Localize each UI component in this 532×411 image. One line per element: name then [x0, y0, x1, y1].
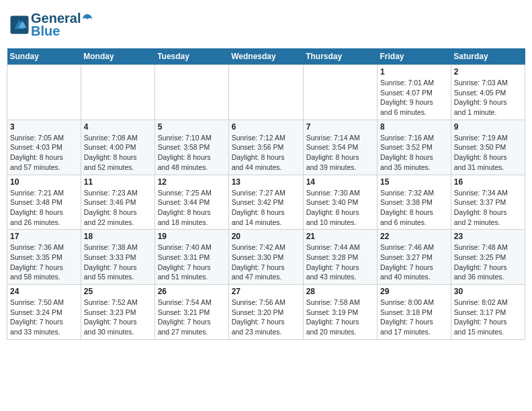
calendar-week-row: 1Sunrise: 7:01 AMSunset: 4:07 PMDaylight… — [7, 65, 525, 120]
calendar-cell: 22Sunrise: 7:46 AMSunset: 3:27 PMDayligh… — [378, 230, 451, 285]
logo-bird-icon — [81, 13, 93, 25]
calendar-cell: 20Sunrise: 7:42 AMSunset: 3:30 PMDayligh… — [228, 230, 303, 285]
calendar-cell: 5Sunrise: 7:10 AMSunset: 3:58 PMDaylight… — [154, 120, 228, 175]
calendar-cell — [154, 65, 228, 120]
day-info: Sunrise: 7:23 AMSunset: 3:46 PMDaylight:… — [84, 188, 152, 228]
day-number: 14 — [306, 177, 374, 187]
day-info: Sunrise: 7:32 AMSunset: 3:38 PMDaylight:… — [380, 188, 448, 228]
weekday-header-row: SundayMondayTuesdayWednesdayThursdayFrid… — [7, 48, 525, 65]
day-info: Sunrise: 7:46 AMSunset: 3:27 PMDaylight:… — [380, 242, 448, 282]
calendar-cell: 25Sunrise: 7:52 AMSunset: 3:23 PMDayligh… — [81, 285, 154, 340]
calendar-cell: 1Sunrise: 7:01 AMSunset: 4:07 PMDaylight… — [378, 65, 451, 120]
calendar-cell — [228, 65, 303, 120]
day-info: Sunrise: 7:21 AMSunset: 3:48 PMDaylight:… — [10, 188, 78, 228]
day-number: 22 — [380, 232, 448, 241]
day-info: Sunrise: 7:05 AMSunset: 4:03 PMDaylight:… — [10, 133, 78, 173]
day-info: Sunrise: 7:08 AMSunset: 4:00 PMDaylight:… — [84, 133, 152, 173]
logo-icon — [9, 15, 30, 35]
weekday-header-thursday: Thursday — [303, 48, 377, 65]
day-info: Sunrise: 7:38 AMSunset: 3:33 PMDaylight:… — [84, 242, 152, 282]
day-number: 3 — [10, 122, 78, 132]
day-number: 9 — [454, 122, 522, 132]
day-info: Sunrise: 7:30 AMSunset: 3:40 PMDaylight:… — [306, 188, 374, 228]
calendar-cell: 11Sunrise: 7:23 AMSunset: 3:46 PMDayligh… — [81, 175, 154, 230]
day-number: 24 — [10, 287, 78, 296]
day-info: Sunrise: 7:44 AMSunset: 3:28 PMDaylight:… — [306, 242, 374, 282]
calendar-week-row: 3Sunrise: 7:05 AMSunset: 4:03 PMDaylight… — [7, 120, 525, 175]
weekday-header-wednesday: Wednesday — [228, 48, 303, 65]
day-info: Sunrise: 7:01 AMSunset: 4:07 PMDaylight:… — [380, 78, 448, 118]
calendar-cell: 13Sunrise: 7:27 AMSunset: 3:42 PMDayligh… — [228, 175, 303, 230]
calendar-cell: 28Sunrise: 7:58 AMSunset: 3:19 PMDayligh… — [303, 285, 377, 340]
calendar-cell: 29Sunrise: 8:00 AMSunset: 3:18 PMDayligh… — [378, 285, 451, 340]
day-info: Sunrise: 7:03 AMSunset: 4:05 PMDaylight:… — [454, 78, 522, 118]
day-info: Sunrise: 7:25 AMSunset: 3:44 PMDaylight:… — [158, 188, 226, 228]
day-number: 16 — [454, 177, 522, 187]
calendar-table: SundayMondayTuesdayWednesdayThursdayFrid… — [7, 48, 525, 340]
day-info: Sunrise: 7:48 AMSunset: 3:25 PMDaylight:… — [454, 242, 522, 282]
calendar-cell: 27Sunrise: 7:56 AMSunset: 3:20 PMDayligh… — [228, 285, 303, 340]
calendar-week-row: 17Sunrise: 7:36 AMSunset: 3:35 PMDayligh… — [7, 230, 525, 285]
calendar-cell: 19Sunrise: 7:40 AMSunset: 3:31 PMDayligh… — [154, 230, 228, 285]
calendar-cell: 26Sunrise: 7:54 AMSunset: 3:21 PMDayligh… — [154, 285, 228, 340]
calendar-cell: 9Sunrise: 7:19 AMSunset: 3:50 PMDaylight… — [451, 120, 525, 175]
day-info: Sunrise: 7:52 AMSunset: 3:23 PMDaylight:… — [84, 298, 152, 337]
day-info: Sunrise: 7:27 AMSunset: 3:42 PMDaylight:… — [232, 188, 300, 228]
day-number: 2 — [454, 67, 522, 77]
day-number: 25 — [84, 287, 152, 296]
calendar-cell: 16Sunrise: 7:34 AMSunset: 3:37 PMDayligh… — [451, 175, 525, 230]
day-info: Sunrise: 7:12 AMSunset: 3:56 PMDaylight:… — [232, 133, 300, 173]
day-info: Sunrise: 7:14 AMSunset: 3:54 PMDaylight:… — [306, 133, 374, 173]
day-number: 5 — [158, 122, 226, 132]
calendar-cell: 17Sunrise: 7:36 AMSunset: 3:35 PMDayligh… — [7, 230, 81, 285]
day-info: Sunrise: 7:34 AMSunset: 3:37 PMDaylight:… — [454, 188, 522, 228]
day-info: Sunrise: 7:40 AMSunset: 3:31 PMDaylight:… — [158, 242, 226, 282]
day-info: Sunrise: 7:36 AMSunset: 3:35 PMDaylight:… — [10, 242, 78, 282]
calendar-cell: 10Sunrise: 7:21 AMSunset: 3:48 PMDayligh… — [7, 175, 81, 230]
day-info: Sunrise: 7:19 AMSunset: 3:50 PMDaylight:… — [454, 133, 522, 173]
day-number: 10 — [10, 177, 78, 187]
calendar-cell: 15Sunrise: 7:32 AMSunset: 3:38 PMDayligh… — [378, 175, 451, 230]
calendar-cell: 4Sunrise: 7:08 AMSunset: 4:00 PMDaylight… — [81, 120, 154, 175]
calendar-week-row: 10Sunrise: 7:21 AMSunset: 3:48 PMDayligh… — [7, 175, 525, 230]
day-info: Sunrise: 7:58 AMSunset: 3:19 PMDaylight:… — [306, 298, 374, 337]
day-number: 28 — [306, 287, 374, 296]
calendar-cell: 2Sunrise: 7:03 AMSunset: 4:05 PMDaylight… — [451, 65, 525, 120]
calendar-cell: 8Sunrise: 7:16 AMSunset: 3:52 PMDaylight… — [378, 120, 451, 175]
day-info: Sunrise: 8:02 AMSunset: 3:17 PMDaylight:… — [454, 298, 522, 337]
calendar-cell: 23Sunrise: 7:48 AMSunset: 3:25 PMDayligh… — [451, 230, 525, 285]
weekday-header-tuesday: Tuesday — [154, 48, 228, 65]
day-number: 18 — [84, 232, 152, 241]
day-number: 20 — [232, 232, 300, 241]
day-number: 21 — [306, 232, 374, 241]
calendar-cell: 3Sunrise: 7:05 AMSunset: 4:03 PMDaylight… — [7, 120, 81, 175]
logo: General Blue — [9, 11, 94, 39]
day-info: Sunrise: 7:10 AMSunset: 3:58 PMDaylight:… — [158, 133, 226, 173]
calendar-cell — [303, 65, 377, 120]
page-header: General Blue — [7, 7, 525, 43]
calendar-cell: 7Sunrise: 7:14 AMSunset: 3:54 PMDaylight… — [303, 120, 377, 175]
day-number: 26 — [158, 287, 226, 296]
calendar-cell — [7, 65, 81, 120]
weekday-header-sunday: Sunday — [7, 48, 81, 65]
day-number: 1 — [380, 67, 448, 77]
day-number: 12 — [158, 177, 226, 187]
day-number: 13 — [232, 177, 300, 187]
day-number: 15 — [380, 177, 448, 187]
day-info: Sunrise: 8:00 AMSunset: 3:18 PMDaylight:… — [380, 298, 448, 337]
weekday-header-friday: Friday — [378, 48, 451, 65]
day-info: Sunrise: 7:54 AMSunset: 3:21 PMDaylight:… — [158, 298, 226, 337]
calendar-cell — [81, 65, 154, 120]
day-number: 29 — [380, 287, 448, 296]
calendar-cell: 14Sunrise: 7:30 AMSunset: 3:40 PMDayligh… — [303, 175, 377, 230]
weekday-header-monday: Monday — [81, 48, 154, 65]
day-number: 11 — [84, 177, 152, 187]
day-number: 6 — [232, 122, 300, 132]
day-info: Sunrise: 7:42 AMSunset: 3:30 PMDaylight:… — [232, 242, 300, 282]
day-info: Sunrise: 7:50 AMSunset: 3:24 PMDaylight:… — [10, 298, 78, 337]
day-number: 19 — [158, 232, 226, 241]
weekday-header-saturday: Saturday — [451, 48, 525, 65]
day-number: 4 — [84, 122, 152, 132]
calendar-cell: 18Sunrise: 7:38 AMSunset: 3:33 PMDayligh… — [81, 230, 154, 285]
day-number: 7 — [306, 122, 374, 132]
